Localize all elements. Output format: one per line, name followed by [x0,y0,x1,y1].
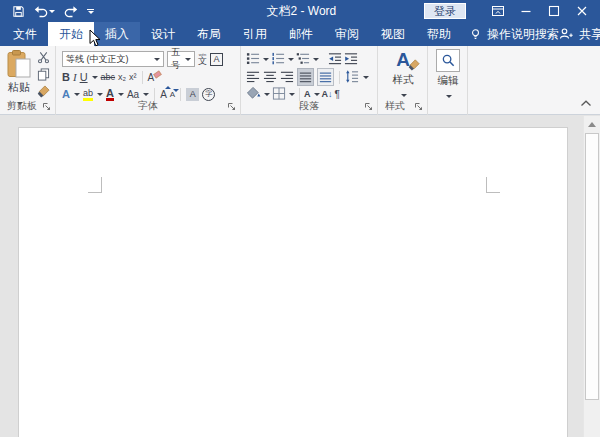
change-case-caret[interactable] [143,93,149,96]
align-left-icon[interactable] [246,69,260,86]
close-icon[interactable] [568,0,596,22]
font-dialog-launcher-icon[interactable] [227,102,237,112]
line-spacing-icon[interactable] [345,69,359,86]
align-right-icon[interactable] [280,69,294,86]
clipboard-dialog-launcher-icon[interactable] [42,102,52,112]
tab-layout[interactable]: 布局 [186,22,232,46]
editing-button[interactable]: 编辑 [433,49,463,100]
editing-button-label: 编辑 [433,74,463,88]
margin-crop-mark-left [88,177,102,193]
borders-caret[interactable] [289,93,295,96]
tab-help[interactable]: 帮助 [416,22,462,46]
scroll-up-icon[interactable] [584,116,600,132]
styles-button[interactable]: A 样式 [385,49,421,99]
minimize-icon[interactable] [512,0,540,22]
distributed-icon[interactable] [317,68,334,86]
bullets-icon[interactable] [246,51,260,68]
find-magnifier-icon [436,49,460,72]
shrink-font-icon[interactable]: A [170,90,175,99]
lightbulb-icon [469,28,482,41]
underline-button[interactable]: U [80,70,88,84]
share-button[interactable]: 共享 [559,22,600,46]
sign-in-button[interactable]: 登录 [424,3,466,19]
text-effects-caret[interactable] [74,93,80,96]
tab-home[interactable]: 开始 [48,22,94,46]
multilevel-list-icon[interactable] [296,51,310,68]
show-marks-icon[interactable]: ¶ [335,89,340,100]
phonetic-guide-icon[interactable]: wén 文 [198,53,207,66]
tab-review[interactable]: 审阅 [324,22,370,46]
styles-brush-icon: A [385,49,421,73]
tell-me-label: 操作说明搜索 [487,26,559,43]
scrollbar-thumb[interactable] [585,133,599,400]
styles-caret[interactable] [401,94,407,97]
grow-font-icon[interactable]: A [160,89,167,100]
superscript-button[interactable]: x² [129,72,137,82]
cut-icon[interactable] [37,51,50,66]
italic-button[interactable]: I [73,70,77,84]
numbering-caret[interactable] [288,58,294,61]
styles-dialog-launcher-icon[interactable] [414,102,424,112]
justify-icon[interactable] [297,68,314,86]
numbering-icon[interactable] [271,51,285,68]
asian-layout-caret[interactable] [314,93,320,96]
share-label: 共享 [579,26,600,43]
window-title: 文档2 - Word [266,0,336,22]
editing-caret[interactable] [446,95,452,98]
clear-formatting-icon[interactable]: A [148,72,155,83]
margin-crop-mark-right [486,177,500,193]
collapse-ribbon-icon[interactable] [580,97,592,109]
tab-file[interactable]: 文件 [2,22,48,46]
underline-caret[interactable] [92,76,98,79]
format-painter-icon[interactable] [37,85,50,100]
tab-view[interactable]: 视图 [370,22,416,46]
customize-qat-icon[interactable] [87,9,94,14]
tab-mailings[interactable]: 邮件 [278,22,324,46]
strikethrough-button[interactable]: abc [101,72,116,82]
redo-icon[interactable] [64,4,78,18]
save-icon[interactable] [12,5,25,18]
document-area[interactable] [0,116,583,437]
clipboard-group: 粘贴 剪贴板 [0,46,56,115]
font-group-label: 字体 [56,99,240,113]
shading-caret[interactable] [264,93,270,96]
character-border-icon[interactable]: A [210,53,223,66]
styles-group: A 样式 样式 [378,46,428,115]
subscript-button[interactable]: x₂ [118,72,126,82]
bold-button[interactable]: B [62,70,70,84]
ribbon-display-options-icon[interactable] [484,0,512,22]
paragraph-group-label: 段落 [241,99,377,113]
styles-button-label: 样式 [385,73,421,87]
font-size-value: 五号 [171,46,184,72]
font-size-select[interactable]: 五号 [167,51,195,67]
font-name-select[interactable]: 等线 (中文正文) [62,51,164,67]
highlight-caret[interactable] [97,93,103,96]
vertical-scrollbar[interactable] [583,116,600,437]
window-controls [484,0,596,22]
decrease-indent-icon[interactable] [328,51,342,68]
line-spacing-caret[interactable] [363,76,369,79]
change-case-button[interactable]: Aa [127,89,139,100]
copy-icon[interactable] [37,68,50,83]
paste-label: 粘贴 [3,80,35,95]
increase-indent-icon[interactable] [344,51,358,68]
font-color-caret[interactable] [118,93,124,96]
font-group: 等线 (中文正文) 五号 wén 文 A B I U abc x₂ x² A [56,46,241,115]
tab-references[interactable]: 引用 [232,22,278,46]
paste-clipboard-icon [7,68,31,80]
maximize-icon[interactable] [540,0,568,22]
paragraph-dialog-launcher-icon[interactable] [364,102,374,112]
undo-icon[interactable] [34,4,55,18]
tell-me-search[interactable]: 操作说明搜索 [469,22,559,46]
ribbon: 粘贴 剪贴板 等线 (中文正文) 五号 wén [0,46,600,115]
paragraph-group: A A↓ ¶ 段落 [241,46,378,115]
align-center-icon[interactable] [263,69,277,86]
tab-design[interactable]: 设计 [140,22,186,46]
asian-layout-icon[interactable]: A [304,89,311,99]
document-page[interactable] [18,127,568,437]
bullets-caret[interactable] [263,58,269,61]
mouse-cursor-icon [89,29,101,52]
sort-icon[interactable]: A↓ [322,89,333,99]
editing-group: 编辑 [428,46,468,115]
multilevel-caret[interactable] [313,58,319,61]
